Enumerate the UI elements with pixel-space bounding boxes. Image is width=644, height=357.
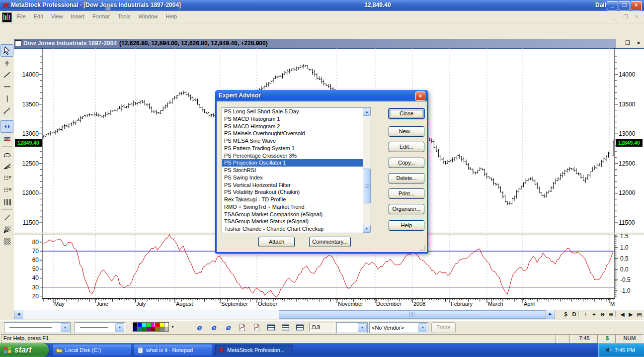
- explorer-icon[interactable]: e: [208, 322, 219, 333]
- proj-r-tool[interactable]: R: [1, 184, 13, 196]
- interval-combo[interactable]: ▼: [336, 322, 368, 333]
- undo-icon[interactable]: ↶: [120, 2, 131, 13]
- start-button[interactable]: start: [0, 343, 49, 357]
- expert-listbox[interactable]: PS Long Sell Short Sale-5 DayPS MACD His…: [222, 107, 371, 233]
- chevron-down-icon[interactable]: ▼: [61, 323, 70, 332]
- chart-nav-+-button[interactable]: +: [590, 310, 598, 318]
- menu-window[interactable]: Window: [134, 11, 161, 19]
- organizer-button[interactable]: Organizer...: [389, 204, 424, 214]
- scroll-right-button[interactable]: ▶: [546, 310, 555, 319]
- expert-list-item[interactable]: PS Projection Oscillator 1: [222, 159, 371, 167]
- scroll-down-icon[interactable]: ▼: [363, 225, 371, 233]
- list-scrollbar[interactable]: ▲ ▼: [363, 108, 371, 233]
- fanlines-tool[interactable]: [1, 161, 13, 172]
- taskbar-task-1[interactable]: Local Disk (C:): [53, 345, 131, 356]
- chart-close-button[interactable]: ×: [633, 39, 644, 47]
- close-button[interactable]: ×: [631, 1, 642, 10]
- chartpg-icon[interactable]: [237, 322, 248, 333]
- expert-list-item[interactable]: Rex Takasugi - TD Profile: [222, 196, 371, 203]
- palette-dropdown-arrow[interactable]: ▼: [171, 325, 174, 329]
- trendline-tool[interactable]: [1, 69, 13, 81]
- menu-help[interactable]: Help: [162, 11, 181, 19]
- expert-list-item[interactable]: PS Percentage Crossover 3%: [222, 152, 371, 160]
- scroll-left-button[interactable]: ◀: [14, 310, 23, 319]
- expert-list-item[interactable]: PS StochRSI: [222, 167, 371, 174]
- expert-list-item[interactable]: Tushar Chande - Chande Chart Checkup: [222, 225, 371, 233]
- close-button[interactable]: Close: [389, 108, 424, 119]
- line-style-combo[interactable]: ▼: [4, 322, 71, 333]
- minimize-button[interactable]: _: [607, 1, 618, 10]
- list-scrollbar-thumb[interactable]: [363, 169, 371, 203]
- expert-list-item[interactable]: PS Swing Index: [222, 174, 371, 181]
- chartpg-icon[interactable]: [251, 322, 262, 333]
- edit-button[interactable]: Edit...: [389, 142, 424, 152]
- multilines-tool[interactable]: [1, 133, 13, 145]
- symbol-input[interactable]: [309, 323, 335, 332]
- mdi-window-controls[interactable]: _ ❐ ×: [613, 14, 641, 19]
- new-button[interactable]: New...: [389, 126, 424, 137]
- explorer-icon[interactable]: e: [193, 322, 205, 333]
- pointer-tool[interactable]: [0, 44, 13, 57]
- chart-nav-↕-button[interactable]: ↕: [581, 310, 590, 318]
- chart-system-icon[interactable]: [2, 12, 12, 22]
- chart-nav-D-button[interactable]: D: [570, 310, 578, 318]
- expert-list-item[interactable]: TSAGroup Market Status (eSignal): [222, 218, 371, 225]
- gannfan-tool[interactable]: [1, 224, 13, 235]
- vline-tool[interactable]: [1, 93, 13, 104]
- line-weight-combo[interactable]: ▼: [75, 322, 125, 333]
- expert-list-item[interactable]: PS Pattern Trading System 1: [222, 145, 371, 152]
- commentary-button[interactable]: Commentary...: [309, 237, 351, 247]
- chart-window-icon[interactable]: [15, 40, 21, 46]
- expert-list-item[interactable]: PS Volatility Breakout (Chaikin): [222, 188, 371, 196]
- expert-list-item[interactable]: PS Vertical Horizontal Filter: [222, 181, 371, 189]
- vendor-combo[interactable]: <No Vendor> ▼: [369, 322, 428, 333]
- dialog-titlebar[interactable]: Expert Advisor: [215, 90, 428, 101]
- arc-tool[interactable]: [1, 149, 13, 160]
- expert-list-item[interactable]: PS MACD Histogram 1: [222, 115, 371, 123]
- timezones-tool[interactable]: [1, 196, 13, 208]
- expert-list-item[interactable]: PS Long Sell Short Sale-5 Day: [222, 108, 371, 115]
- print-button[interactable]: Print...: [389, 188, 424, 199]
- expert-list-item[interactable]: PS MESA Sine Wave: [222, 137, 371, 145]
- chart-nav-⊕-button[interactable]: ⊕: [607, 310, 615, 318]
- chart-nav-▶-button[interactable]: ▶: [627, 310, 635, 318]
- layh-icon[interactable]: [294, 322, 306, 333]
- explorer-icon[interactable]: e: [222, 322, 234, 333]
- delete-button[interactable]: Delete...: [389, 173, 424, 183]
- proj-p-tool[interactable]: P: [1, 173, 13, 184]
- expert-list-item[interactable]: PS MACD Histogram 2: [222, 123, 371, 130]
- layh-icon[interactable]: [265, 322, 277, 333]
- paste-icon[interactable]: [102, 2, 114, 13]
- palette-color-swatch[interactable]: [164, 327, 169, 332]
- expert-list-item[interactable]: PS Meisels Overbought/Oversold: [222, 130, 371, 137]
- cut-icon[interactable]: ✂: [78, 2, 89, 13]
- copy-button[interactable]: Copy...: [389, 158, 424, 168]
- chart-nav-▤-button[interactable]: ▤: [635, 310, 644, 318]
- scroll-lr-tool[interactable]: [0, 120, 13, 133]
- stopline-tool[interactable]: SL: [1, 105, 13, 116]
- restore-button[interactable]: ❐: [619, 1, 630, 10]
- menu-edit[interactable]: Edit: [30, 11, 47, 19]
- chart-nav-scale-button[interactable]: $: [562, 310, 570, 318]
- menu-file[interactable]: File: [13, 11, 30, 19]
- scrollbar-thumb[interactable]: [279, 310, 546, 319]
- dialog-resize-grip[interactable]: [420, 245, 426, 251]
- help-button[interactable]: Help: [389, 220, 424, 231]
- hline-tool[interactable]: [1, 81, 13, 92]
- scroll-up-icon[interactable]: ▲: [363, 108, 371, 116]
- scrollbar-track[interactable]: [23, 310, 546, 319]
- chevron-down-icon[interactable]: ▼: [115, 323, 124, 332]
- dialog-close-icon[interactable]: ×: [415, 91, 425, 101]
- expert-list-item[interactable]: TSAGroup Market Comparison (eSignal): [222, 211, 371, 218]
- trade-button[interactable]: Trade: [431, 322, 456, 333]
- volume-icon[interactable]: [605, 346, 613, 354]
- chart-restore-button[interactable]: ❐: [622, 39, 633, 47]
- crosshair-tool[interactable]: +: [1, 57, 13, 69]
- trendline2-tool[interactable]: [1, 212, 13, 223]
- expert-list-item[interactable]: RMO + SwingTrd + Market Trend: [222, 203, 371, 211]
- grid-tool[interactable]: [1, 236, 13, 247]
- layh-icon[interactable]: [280, 322, 291, 333]
- menu-view[interactable]: View: [47, 11, 67, 19]
- taskbar-task-3[interactable]: MetaStock Profession...: [215, 345, 293, 356]
- chart-nav-◀-button[interactable]: ◀: [618, 310, 627, 318]
